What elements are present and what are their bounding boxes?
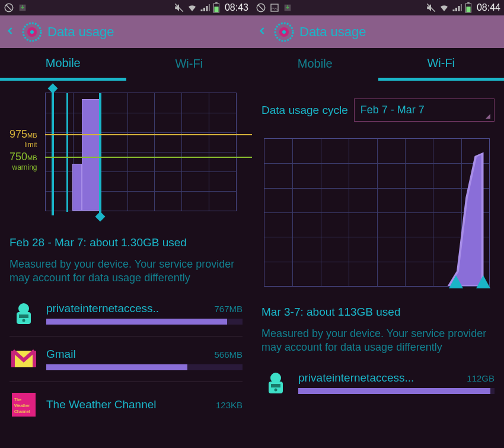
- svg-text:Weather: Weather: [14, 403, 30, 408]
- svg-line-1: [7, 5, 12, 11]
- range-handle-right[interactable]: [99, 93, 101, 215]
- svg-rect-31: [271, 384, 280, 387]
- weather-channel-icon: The Weather Channel: [9, 390, 38, 419]
- range-handle-end[interactable]: [476, 275, 490, 288]
- warning-value: 750: [9, 151, 27, 163]
- tab-wifi[interactable]: Wi-Fi: [126, 48, 253, 81]
- svg-rect-23: [467, 2, 470, 4]
- app-row[interactable]: Gmail 566MB: [9, 340, 243, 378]
- mute-icon: [426, 2, 436, 13]
- mobile-usage-chart[interactable]: 975MB limit 750MB warning: [9, 93, 243, 223]
- screen-mobile: 08:43 Data usage Mobile Wi-Fi: [0, 0, 252, 448]
- mute-icon: [174, 2, 184, 13]
- svg-marker-28: [449, 154, 483, 286]
- image-icon: [270, 3, 279, 12]
- svg-text:The: The: [14, 398, 21, 402]
- range-handle-start[interactable]: [52, 90, 54, 215]
- back-icon[interactable]: [5, 25, 17, 39]
- svg-rect-24: [466, 7, 470, 12]
- app-name: privateinternetaccess..: [46, 302, 159, 315]
- usage-summary: Mar 3-7: about 113GB used: [261, 304, 495, 320]
- download-icon: [283, 3, 292, 12]
- pia-icon: [9, 299, 38, 328]
- wifi-icon: [187, 2, 197, 13]
- app-row[interactable]: privateinternetaccess.. 767MB: [9, 294, 243, 332]
- battery-icon: [213, 2, 220, 13]
- app-row[interactable]: privateinternetaccess... 112GB: [261, 364, 495, 402]
- range-handle-end[interactable]: [66, 93, 68, 212]
- signal-icon: [452, 2, 462, 13]
- svg-rect-4: [215, 2, 218, 4]
- screen-wifi: 08:44 Data usage Mobile Wi-Fi Data usage…: [252, 0, 504, 448]
- svg-rect-5: [214, 7, 218, 12]
- pia-icon: [261, 368, 290, 397]
- svg-point-12: [23, 319, 25, 322]
- status-bar: 08:43: [0, 0, 252, 15]
- app-name: privateinternetaccess...: [298, 371, 414, 385]
- app-name: The Weather Channel: [46, 398, 157, 411]
- usage-summary: Feb 28 - Mar 7: about 1.30GB used: [9, 235, 243, 250]
- wifi-usage-chart[interactable]: [261, 138, 495, 293]
- status-time: 08:44: [477, 2, 500, 13]
- tab-mobile[interactable]: Mobile: [252, 48, 378, 81]
- svg-point-32: [275, 389, 277, 392]
- circle-slash-icon: [4, 2, 14, 13]
- svg-rect-11: [19, 314, 28, 318]
- settings-gear-icon[interactable]: [21, 21, 43, 43]
- app-size: 112GB: [467, 373, 495, 383]
- download-icon: [18, 3, 27, 12]
- limit-value: 975: [9, 128, 27, 140]
- app-size: 566MB: [214, 349, 243, 360]
- status-bar: 08:44: [252, 0, 504, 15]
- range-handle-start[interactable]: [449, 275, 463, 288]
- tab-wifi[interactable]: Wi-Fi: [378, 48, 505, 81]
- svg-point-8: [30, 30, 34, 34]
- disclaimer-text: Measured by your device. Your service pr…: [9, 258, 243, 285]
- content-area: 975MB limit 750MB warning Feb 28 - Mar 7…: [0, 81, 252, 448]
- app-row[interactable]: The Weather Channel The Weather Channel …: [9, 386, 243, 424]
- app-name: Gmail: [46, 348, 76, 361]
- cycle-row: Data usage cycle Feb 7 - Mar 7: [261, 99, 495, 122]
- svg-rect-20: [271, 4, 278, 11]
- status-time: 08:43: [225, 2, 248, 13]
- signal-icon: [200, 2, 210, 13]
- app-header: Data usage: [0, 15, 252, 48]
- svg-point-27: [282, 30, 286, 34]
- battery-icon: [465, 2, 472, 13]
- cycle-label: Data usage cycle: [261, 104, 348, 117]
- page-title: Data usage: [299, 24, 366, 40]
- disclaimer-text: Measured by your device. Your service pr…: [261, 327, 495, 355]
- app-size: 767MB: [214, 304, 243, 314]
- tabs: Mobile Wi-Fi: [252, 48, 504, 81]
- wifi-icon: [439, 2, 449, 13]
- tabs: Mobile Wi-Fi: [0, 48, 252, 81]
- settings-gear-icon[interactable]: [273, 21, 295, 43]
- back-icon[interactable]: [257, 25, 269, 39]
- svg-line-19: [259, 5, 264, 11]
- page-title: Data usage: [47, 24, 114, 40]
- gmail-icon: [9, 345, 38, 373]
- circle-slash-icon: [256, 2, 266, 13]
- app-size: 123KB: [216, 400, 243, 410]
- cycle-select[interactable]: Feb 7 - Mar 7: [354, 99, 495, 122]
- app-header: Data usage: [252, 15, 504, 48]
- content-area: Data usage cycle Feb 7 - Mar 7: [252, 81, 504, 448]
- svg-text:Channel: Channel: [14, 409, 30, 414]
- tab-mobile[interactable]: Mobile: [0, 48, 126, 81]
- dropdown-triangle-icon: [486, 114, 490, 119]
